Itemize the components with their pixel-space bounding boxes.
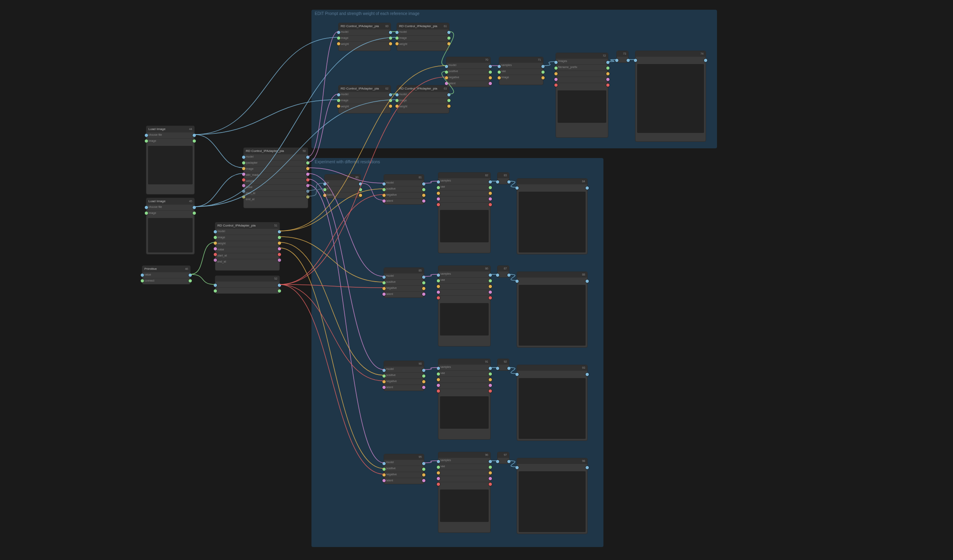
output-port[interactable]: [422, 281, 426, 285]
node-row[interactable]: [556, 77, 608, 83]
node-row[interactable]: image: [397, 98, 449, 104]
output-port[interactable]: [447, 93, 451, 97]
node-row[interactable]: [438, 196, 490, 202]
input-port[interactable]: [323, 188, 327, 192]
input-port[interactable]: [515, 372, 519, 376]
node-row[interactable]: weight: [339, 104, 391, 110]
output-port[interactable]: [488, 482, 492, 486]
node-n_r1c[interactable]: 82samplesvae: [438, 172, 491, 253]
input-port[interactable]: [395, 104, 399, 108]
input-port[interactable]: [444, 64, 449, 68]
output-port[interactable]: [358, 193, 363, 197]
input-port[interactable]: [242, 161, 246, 165]
output-port[interactable]: [422, 374, 426, 378]
node-row[interactable]: [438, 470, 490, 476]
input-port[interactable]: [213, 241, 217, 245]
output-port[interactable]: [388, 42, 393, 46]
output-port[interactable]: [306, 195, 310, 199]
input-port[interactable]: [554, 77, 558, 81]
input-port[interactable]: [213, 252, 217, 256]
node-row[interactable]: end_at: [215, 259, 279, 265]
output-port[interactable]: [606, 60, 610, 64]
node-header[interactable]: RD Control_IPAdapter_pia63: [397, 85, 449, 92]
output-port[interactable]: [488, 290, 492, 294]
input-port[interactable]: [395, 30, 399, 34]
node-row[interactable]: [438, 289, 490, 295]
node-row[interactable]: latent: [384, 198, 424, 204]
node-row[interactable]: model: [215, 229, 279, 235]
node-row[interactable]: weight: [215, 241, 279, 247]
node-row[interactable]: images: [556, 58, 608, 64]
input-port[interactable]: [395, 36, 399, 40]
node-header[interactable]: 91: [438, 359, 490, 364]
output-port[interactable]: [585, 372, 589, 376]
node-row[interactable]: negative: [384, 285, 424, 291]
input-port[interactable]: [213, 247, 217, 251]
node-header[interactable]: Load Image44: [146, 126, 194, 132]
node-row[interactable]: [215, 281, 279, 287]
output-port[interactable]: [277, 241, 281, 245]
node-n_pv1[interactable]: 72imagesfilename_prefix: [556, 53, 608, 138]
node-row[interactable]: [635, 56, 706, 62]
output-port[interactable]: [704, 58, 708, 62]
output-port[interactable]: [422, 467, 426, 471]
input-port[interactable]: [436, 460, 440, 464]
node-row[interactable]: negative: [384, 472, 424, 478]
node-row[interactable]: vae: [438, 464, 490, 470]
input-port[interactable]: [436, 465, 440, 469]
node-n_r4c[interactable]: 97: [497, 452, 509, 464]
output-port[interactable]: [422, 275, 426, 279]
output-port[interactable]: [422, 292, 426, 296]
output-port[interactable]: [447, 36, 451, 40]
input-port[interactable]: [337, 93, 341, 97]
node-header[interactable]: 71: [499, 57, 543, 62]
node-row[interactable]: h: [325, 186, 361, 192]
output-port[interactable]: [277, 247, 281, 251]
input-port[interactable]: [615, 58, 619, 62]
output-port[interactable]: [488, 366, 492, 370]
output-port[interactable]: [422, 182, 426, 186]
node-header[interactable]: 93: [517, 365, 587, 370]
node-row[interactable]: end_at: [244, 197, 308, 203]
output-port[interactable]: [488, 203, 492, 207]
node-row[interactable]: [517, 277, 587, 283]
input-port[interactable]: [213, 289, 217, 293]
output-port[interactable]: [306, 172, 310, 176]
node-row[interactable]: weight: [244, 178, 308, 184]
node-row[interactable]: model: [384, 180, 424, 186]
output-port[interactable]: [488, 180, 492, 184]
input-port[interactable]: [436, 378, 440, 382]
node-row[interactable]: image: [339, 35, 391, 41]
wire[interactable]: [191, 274, 215, 284]
output-port[interactable]: [447, 104, 451, 108]
input-port[interactable]: [382, 368, 386, 372]
input-port[interactable]: [497, 76, 501, 80]
output-port[interactable]: [422, 199, 426, 203]
output-port[interactable]: [488, 372, 492, 376]
node-header[interactable]: 98: [517, 458, 587, 464]
input-port[interactable]: [436, 203, 440, 207]
output-port[interactable]: [192, 211, 196, 215]
node-row[interactable]: positive: [384, 279, 424, 285]
output-port[interactable]: [488, 383, 492, 387]
node-row[interactable]: [438, 202, 490, 208]
node-row[interactable]: image: [499, 75, 543, 81]
input-port[interactable]: [242, 184, 246, 188]
input-port[interactable]: [444, 81, 449, 85]
node-row[interactable]: noise: [215, 247, 279, 253]
output-port[interactable]: [488, 284, 492, 289]
input-port[interactable]: [242, 172, 246, 176]
input-port[interactable]: [337, 42, 341, 46]
node-n_r2b[interactable]: 86samplesvae: [438, 265, 491, 346]
output-port[interactable]: [488, 273, 492, 277]
node-n_img1[interactable]: Load Image44choose fileimage: [146, 126, 195, 195]
input-port[interactable]: [382, 182, 386, 186]
output-port[interactable]: [606, 83, 610, 87]
output-port[interactable]: [422, 286, 426, 291]
node-row[interactable]: negative: [384, 378, 424, 385]
node-header[interactable]: 81: [384, 175, 424, 180]
output-port[interactable]: [488, 279, 492, 283]
node-n_apA1[interactable]: RD Control_IPAdapter_pia60modelimageweig…: [338, 23, 391, 51]
node-row[interactable]: [517, 370, 587, 376]
input-port[interactable]: [242, 167, 246, 171]
